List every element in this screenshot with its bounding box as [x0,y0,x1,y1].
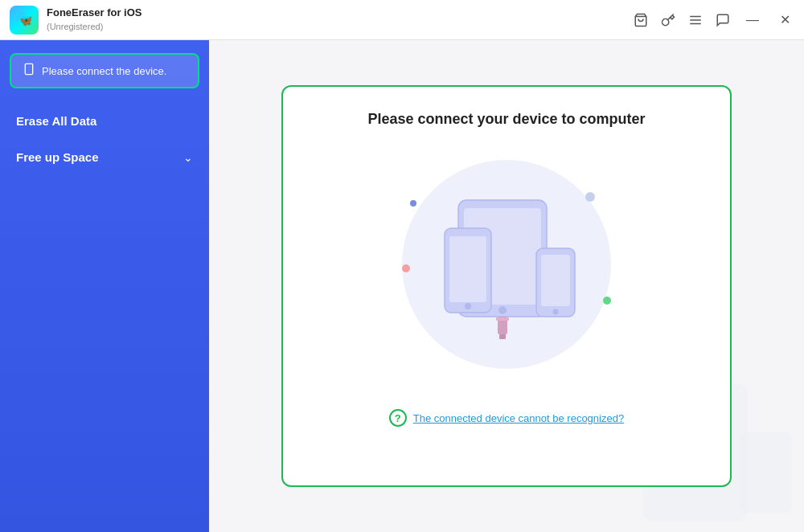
sidebar-item-free-space[interactable]: Free up Space ⌄ [10,141,199,174]
close-button[interactable]: ✕ [775,10,794,30]
bottom-link-area[interactable]: ? The connected device cannot be recogni… [389,409,624,427]
cart-icon[interactable] [634,13,648,27]
minimize-button[interactable]: — [743,10,762,30]
connect-card: Please connect your device to computer [281,85,732,487]
svg-point-17 [465,303,471,309]
app-name-text: FoneEraser for iOS (Unregistered) [47,6,142,34]
svg-rect-22 [499,334,506,339]
key-icon[interactable] [661,13,675,27]
connect-device-button[interactable]: Please connect the device. [10,53,199,88]
device-illustration [394,152,619,377]
sidebar-item-erase-label: Erase All Data [16,114,96,128]
svg-rect-11 [746,440,786,503]
svg-point-14 [498,306,507,314]
svg-rect-23 [496,317,509,321]
connect-button-label: Please connect the device. [42,65,166,77]
menu-icon[interactable] [688,13,703,27]
sidebar-item-erase-all[interactable]: Erase All Data [10,104,199,137]
app-branding: 🦋 FoneEraser for iOS (Unregistered) [10,6,142,35]
svg-rect-19 [541,255,570,306]
connect-title: Please connect your device to computer [367,111,645,128]
chevron-down-icon: ⌄ [183,151,193,164]
dot-pink [402,264,410,272]
app-icon: 🦋 [10,6,39,35]
title-bar: 🦋 FoneEraser for iOS (Unregistered) [0,0,804,40]
chat-icon[interactable] [716,13,730,27]
phone-icon [23,63,35,79]
svg-point-20 [553,309,559,315]
recognition-link[interactable]: The connected device cannot be recognize… [413,412,624,424]
window-controls: — ✕ [634,10,794,30]
svg-rect-16 [449,236,486,302]
sidebar: Please connect the device. Erase All Dat… [0,40,209,532]
sidebar-item-free-label: Free up Space [16,150,99,164]
dot-green [603,297,611,305]
devices-svg [414,176,599,353]
main-content: Please connect your device to computer [209,40,804,532]
svg-rect-10 [740,432,792,513]
main-layout: Please connect the device. Erase All Dat… [0,40,804,532]
question-icon: ? [389,409,407,427]
svg-text:🦋: 🦋 [19,14,33,27]
